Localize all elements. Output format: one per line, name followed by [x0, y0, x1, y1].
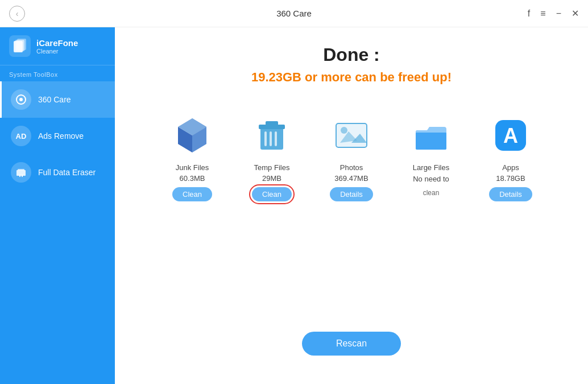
temp-icon: [250, 113, 294, 158]
title-bar-left: ‹: [9, 6, 25, 22]
card-largefiles: Large Files No need to clean: [400, 113, 462, 201]
svg-rect-26: [416, 133, 446, 150]
photos-label: Photos: [340, 163, 363, 172]
apps-icon: A: [488, 113, 533, 158]
photos-details-button[interactable]: Details: [330, 187, 373, 201]
junk-clean-button[interactable]: Clean: [172, 187, 212, 201]
junk-size: 60.3MB: [180, 174, 205, 183]
svg-rect-2: [17, 39, 26, 50]
photos-size: 369.47MB: [334, 174, 368, 183]
sidebar: iCareFone Cleaner System ToolBox 360 Car…: [0, 27, 115, 384]
svg-rect-17: [264, 131, 267, 146]
apps-size: 18.78GB: [496, 174, 525, 183]
svg-point-4: [19, 98, 23, 101]
sidebar-logo: iCareFone Cleaner: [0, 27, 115, 65]
rescan-button[interactable]: Rescan: [302, 332, 401, 356]
main-layout: iCareFone Cleaner System ToolBox 360 Car…: [0, 27, 588, 384]
cards-row: Junk Files 60.3MB Clean: [161, 113, 542, 201]
sidebar-item-adsremove[interactable]: AD Ads Remove: [0, 118, 115, 154]
apps-details-button[interactable]: Details: [489, 187, 532, 201]
logo-text: iCareFone Cleaner: [36, 38, 78, 55]
adsremove-icon: AD: [11, 126, 31, 146]
card-apps: A Apps 18.78GB Details: [479, 113, 542, 201]
svg-rect-16: [266, 121, 278, 126]
svg-rect-5: [16, 170, 26, 176]
360care-icon: [11, 89, 31, 110]
svg-rect-6: [18, 169, 24, 171]
title-bar: ‹ 360 Care f ≡ − ✕: [0, 0, 588, 27]
svg-point-24: [341, 127, 347, 134]
sidebar-item-label-360care: 360 Care: [38, 95, 71, 104]
logo-icon: [9, 35, 31, 57]
junk-icon: [170, 113, 214, 158]
sidebar-item-fullerase[interactable]: Full Data Eraser: [0, 154, 115, 191]
card-temp: Temp Files 29MB Clean: [241, 113, 303, 201]
card-junk: Junk Files 60.3MB Clean: [161, 113, 223, 201]
freed-text: or more can be freed up!: [301, 70, 452, 84]
logo-title: iCareFone: [36, 38, 78, 48]
close-button[interactable]: ✕: [572, 8, 579, 19]
svg-rect-7: [19, 175, 20, 177]
done-title: Done :: [251, 44, 452, 65]
window-title: 360 Care: [276, 9, 312, 18]
svg-rect-18: [270, 131, 272, 146]
sidebar-section-label: System ToolBox: [0, 65, 115, 81]
junk-label: Junk Files: [176, 163, 209, 172]
title-bar-controls: f ≡ − ✕: [528, 8, 579, 19]
temp-label: Temp Files: [254, 163, 290, 172]
fullerase-icon: [11, 162, 31, 183]
menu-icon[interactable]: ≡: [540, 9, 545, 19]
svg-rect-8: [22, 175, 23, 177]
content-area: Done : 19.23GB or more can be freed up!: [115, 27, 588, 384]
temp-clean-button[interactable]: Clean: [252, 187, 292, 201]
sidebar-item-label-fullerase: Full Data Eraser: [38, 168, 96, 177]
sidebar-item-label-adsremove: Ads Remove: [38, 131, 84, 141]
largefiles-note: clean: [423, 189, 440, 197]
logo-subtitle: Cleaner: [36, 48, 78, 55]
largefiles-icon: [409, 113, 453, 158]
facebook-icon[interactable]: f: [528, 9, 530, 19]
minimize-button[interactable]: −: [556, 9, 561, 19]
svg-text:A: A: [503, 124, 518, 147]
sidebar-item-360care[interactable]: 360 Care: [0, 81, 115, 118]
freed-amount: 19.23GB: [251, 70, 301, 84]
largefiles-label: Large Files: [413, 163, 449, 172]
back-button[interactable]: ‹: [9, 6, 25, 22]
svg-rect-19: [275, 131, 277, 146]
temp-size: 29MB: [262, 174, 281, 183]
photos-icon: [329, 113, 374, 158]
card-photos: Photos 369.47MB Details: [320, 113, 383, 201]
apps-label: Apps: [502, 163, 519, 172]
done-subtitle: 19.23GB or more can be freed up!: [251, 70, 452, 85]
largefiles-size: No need to: [413, 174, 449, 184]
